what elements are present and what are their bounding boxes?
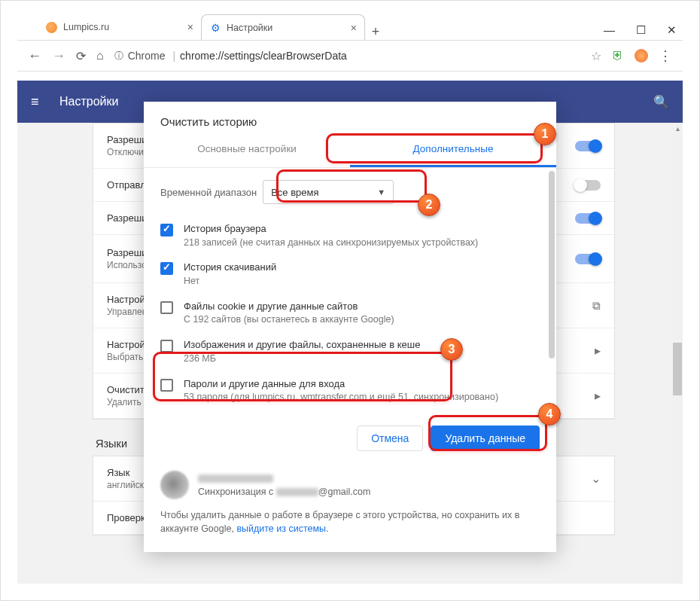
gear-icon: ⚙ xyxy=(211,22,221,34)
checkbox-subtitle: Нет xyxy=(184,275,276,288)
checkbox-subtitle: 218 записей (не считая данных на синхрон… xyxy=(184,236,478,249)
checkbox-subtitle: 53 пароля (для lumpics.ru, wmtransfer.co… xyxy=(184,391,498,404)
new-tab-button[interactable]: + xyxy=(365,24,386,40)
url-divider: | xyxy=(172,50,175,62)
chevron-right-icon: ▸ xyxy=(595,389,601,403)
bookmark-star-icon[interactable]: ☆ xyxy=(591,49,601,63)
toggle-switch[interactable] xyxy=(575,254,601,264)
footer-note: Чтобы удалить данные о работе в браузере… xyxy=(160,508,540,535)
chevron-down-icon: ▼ xyxy=(377,188,385,197)
checkbox-row-cookies[interactable]: Файлы cookie и другие данные сайтов С 19… xyxy=(160,294,546,332)
checkbox[interactable] xyxy=(160,224,173,236)
tab-strip: Lumpics.ru × ⚙ Настройки × + xyxy=(1,1,699,40)
tab-basic[interactable]: Основные настройки xyxy=(144,134,350,167)
account-row: Синхронизация с @gmail.com xyxy=(160,471,540,499)
hamburger-icon[interactable]: ≡ xyxy=(31,94,44,110)
toggle-switch[interactable] xyxy=(575,180,601,191)
checkbox-subtitle: С 192 сайтов (вы останетесь в аккаунте G… xyxy=(184,313,394,326)
checkbox[interactable] xyxy=(160,301,173,314)
window-minimize[interactable]: — xyxy=(604,23,615,37)
cancel-button[interactable]: Отмена xyxy=(357,426,423,451)
forward-button: → xyxy=(52,48,65,64)
time-range-select[interactable]: Все время ▼ xyxy=(263,180,394,204)
scrollbar-up-icon[interactable]: ▴ xyxy=(672,123,683,135)
chevron-down-icon: ⌄ xyxy=(591,471,601,486)
scrollbar-thumb[interactable] xyxy=(673,343,682,395)
email-redacted xyxy=(276,488,318,496)
tab-settings[interactable]: ⚙ Настройки × xyxy=(201,14,365,40)
url-protocol: Chrome xyxy=(128,50,166,62)
tab-label: Lumpics.ru xyxy=(63,22,109,32)
site-info-icon[interactable]: ⓘ xyxy=(114,50,123,63)
toggle-switch[interactable] xyxy=(575,213,601,224)
checkbox-row-history[interactable]: История браузера 218 записей (не считая … xyxy=(160,216,546,255)
checkbox-label: Файлы cookie и другие данные сайтов xyxy=(184,300,394,313)
close-tab-icon[interactable]: × xyxy=(187,21,193,33)
extension-icon[interactable] xyxy=(635,49,648,63)
search-icon[interactable]: 🔍 xyxy=(653,94,669,110)
reload-button[interactable]: ⟳ xyxy=(76,49,86,63)
chevron-right-icon: ▸ xyxy=(595,343,601,358)
close-tab-icon[interactable]: × xyxy=(351,22,357,34)
email-suffix: @gmail.com xyxy=(318,487,371,497)
user-name-redacted xyxy=(198,474,273,483)
window-close[interactable]: ✕ xyxy=(667,23,677,37)
favicon-icon xyxy=(46,22,57,33)
external-link-icon: ⧉ xyxy=(592,299,601,313)
checkbox-row-cache[interactable]: Изображения и другие файлы, сохраненные … xyxy=(160,332,546,371)
clear-data-dialog: Очистить историю Основные настройки Допо… xyxy=(144,102,556,552)
checkbox[interactable] xyxy=(160,379,173,392)
checkbox-label: Пароли и другие данные для входа xyxy=(184,377,498,391)
back-button[interactable]: ← xyxy=(28,48,41,64)
menu-button[interactable]: ⋮ xyxy=(659,47,672,64)
shield-icon[interactable]: ⛨ xyxy=(612,49,624,63)
dialog-scrollbar-thumb[interactable] xyxy=(549,171,555,358)
tab-advanced[interactable]: Дополнительные xyxy=(350,134,556,167)
sign-out-link[interactable]: выйдите из системы xyxy=(236,523,326,534)
checkbox-label: Изображения и другие файлы, сохраненные … xyxy=(184,338,420,352)
tab-lumpics[interactable]: Lumpics.ru × xyxy=(37,14,201,40)
checkbox[interactable] xyxy=(160,340,173,352)
checkbox-row-passwords[interactable]: Пароли и другие данные для входа 53 паро… xyxy=(160,371,546,410)
checkbox[interactable] xyxy=(160,262,173,275)
sync-label: Синхронизация с xyxy=(198,487,276,497)
avatar xyxy=(160,471,189,499)
dialog-title: Очистить историю xyxy=(144,102,556,134)
checkbox-label: История браузера xyxy=(184,222,478,236)
confirm-button[interactable]: Удалить данные xyxy=(431,426,540,451)
page-title: Настройки xyxy=(59,95,118,108)
time-range-label: Временной диапазон xyxy=(160,187,257,198)
toolbar: ← → ⟳ ⌂ ⓘ Chrome | chrome://settings/cle… xyxy=(17,40,683,72)
window-maximize[interactable]: ☐ xyxy=(636,23,646,37)
toggle-switch[interactable] xyxy=(575,141,601,151)
page: ≡ Настройки 🔍 Разрешить… Отключите эту ф… xyxy=(17,81,683,584)
checkbox-subtitle: 236 МБ xyxy=(184,352,420,365)
time-range-value: Все время xyxy=(271,187,318,198)
dialog-tabs: Основные настройки Дополнительные xyxy=(144,134,556,168)
checkbox-label: История скачиваний xyxy=(184,261,276,274)
url-text: chrome://settings/clearBrowserData xyxy=(180,50,347,62)
tab-label: Настройки xyxy=(227,23,272,33)
home-button[interactable]: ⌂ xyxy=(96,49,104,63)
address-bar[interactable]: ⓘ Chrome | chrome://settings/clearBrowse… xyxy=(114,50,580,63)
checkbox-row-downloads[interactable]: История скачиваний Нет xyxy=(160,255,546,293)
